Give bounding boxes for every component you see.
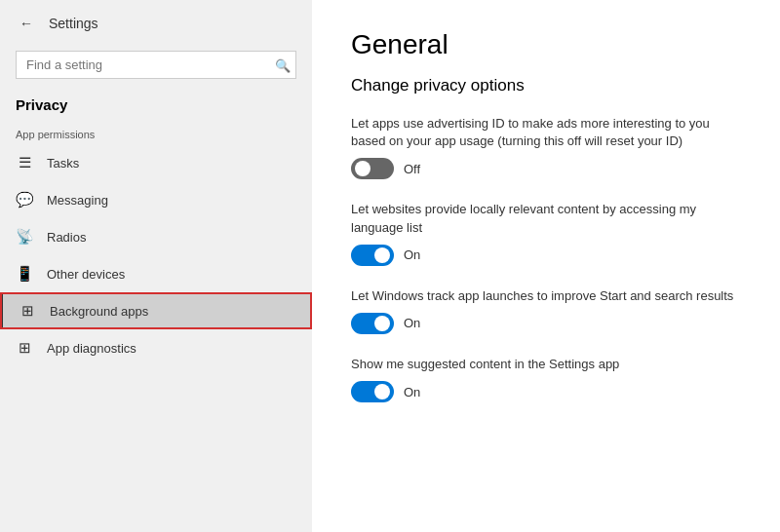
sidebar-item-other-devices[interactable]: 📱Other devices <box>0 255 312 292</box>
search-input[interactable] <box>16 51 296 79</box>
sidebar-item-background-apps[interactable]: ⊞Background apps <box>0 292 312 329</box>
sidebar: ← Settings 🔍 Privacy App permissions ☰Ta… <box>0 0 312 532</box>
sidebar-item-label-messaging: Messaging <box>47 193 108 208</box>
background-apps-icon: ⊞ <box>19 302 36 320</box>
toggle-label-suggested-content: On <box>404 385 420 399</box>
privacy-label: Privacy <box>0 91 312 123</box>
radios-icon: 📡 <box>16 228 33 246</box>
setting-description-app-launches: Let Windows track app launches to improv… <box>351 287 741 305</box>
messaging-icon: 💬 <box>16 191 33 209</box>
back-button[interactable]: ← <box>16 12 37 35</box>
sidebar-item-label-radios: Radios <box>47 230 86 245</box>
search-box: 🔍 <box>16 51 296 79</box>
toggle-row-app-launches: On <box>351 313 741 334</box>
toggle-app-launches[interactable] <box>351 313 394 334</box>
section-heading: Change privacy options <box>351 76 741 95</box>
toggle-row-language-list: On <box>351 245 741 266</box>
sidebar-item-tasks[interactable]: ☰Tasks <box>0 144 312 181</box>
toggle-row-suggested-content: On <box>351 381 741 402</box>
page-title: General <box>351 29 741 60</box>
search-icon[interactable]: 🔍 <box>275 57 291 72</box>
setting-description-language-list: Let websites provide locally relevant co… <box>351 201 741 236</box>
toggle-suggested-content[interactable] <box>351 381 394 402</box>
toggle-language-list[interactable] <box>351 245 394 266</box>
other-devices-icon: 📱 <box>16 265 33 283</box>
sidebar-item-label-tasks: Tasks <box>47 156 79 171</box>
toggle-row-advertising-id: Off <box>351 158 741 179</box>
sidebar-header: ← Settings <box>0 0 312 47</box>
setting-description-advertising-id: Let apps use advertising ID to make ads … <box>351 115 741 150</box>
sidebar-item-label-background-apps: Background apps <box>50 304 148 319</box>
setting-app-launches: Let Windows track app launches to improv… <box>351 287 741 334</box>
toggle-advertising-id[interactable] <box>351 158 394 179</box>
sidebar-item-messaging[interactable]: 💬Messaging <box>0 181 312 218</box>
settings-title: Settings <box>49 16 98 31</box>
toggle-label-advertising-id: Off <box>404 162 420 176</box>
app-permissions-label: App permissions <box>0 123 312 144</box>
setting-advertising-id: Let apps use advertising ID to make ads … <box>351 115 741 179</box>
sidebar-item-label-app-diagnostics: App diagnostics <box>47 341 136 356</box>
sidebar-item-radios[interactable]: 📡Radios <box>0 218 312 255</box>
sidebar-item-label-other-devices: Other devices <box>47 267 125 282</box>
setting-language-list: Let websites provide locally relevant co… <box>351 201 741 265</box>
toggle-label-language-list: On <box>404 247 420 262</box>
app-diagnostics-icon: ⊞ <box>16 339 33 357</box>
setting-description-suggested-content: Show me suggested content in the Setting… <box>351 356 741 373</box>
main-content: General Change privacy options Let apps … <box>312 0 780 532</box>
tasks-icon: ☰ <box>16 154 33 171</box>
sidebar-item-app-diagnostics[interactable]: ⊞App diagnostics <box>0 329 312 366</box>
toggle-label-app-launches: On <box>404 316 420 330</box>
setting-suggested-content: Show me suggested content in the Setting… <box>351 356 741 402</box>
